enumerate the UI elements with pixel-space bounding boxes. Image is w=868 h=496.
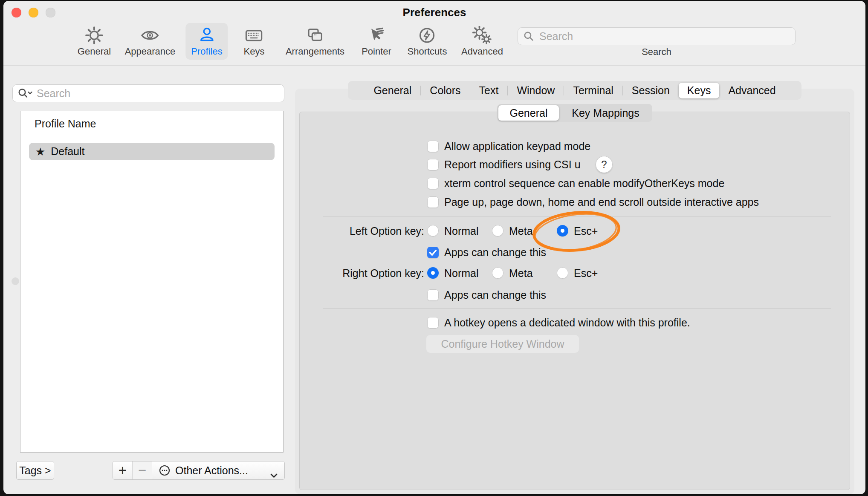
toolbar-label: Arrangements bbox=[286, 46, 344, 57]
right-option-key-label: Right Option key: bbox=[298, 266, 424, 280]
star-icon: ★ bbox=[35, 146, 45, 157]
toolbar-item-pointer[interactable]: Pointer bbox=[356, 23, 397, 60]
radio-right-meta[interactable] bbox=[492, 267, 503, 279]
profile-actions-group: + − Other Actions... bbox=[113, 461, 285, 480]
checkbox-hotkey-window[interactable] bbox=[427, 317, 439, 329]
section-divider bbox=[323, 308, 831, 309]
remove-profile-button[interactable]: − bbox=[133, 461, 152, 479]
tab-general[interactable]: General bbox=[365, 83, 420, 98]
checkbox-csi-u[interactable] bbox=[427, 159, 439, 170]
radio-label: Meta bbox=[509, 266, 533, 280]
preferences-window: Preferences General Appearance bbox=[3, 1, 865, 494]
checkbox-keypad-mode[interactable] bbox=[427, 141, 439, 152]
toolbar-item-appearance[interactable]: Appearance bbox=[119, 23, 181, 60]
list-header-divider bbox=[20, 134, 283, 134]
radio-label: Normal bbox=[444, 224, 479, 238]
toolbar-divider bbox=[3, 65, 865, 66]
radio-left-normal[interactable] bbox=[427, 225, 439, 236]
keyboard-icon bbox=[244, 26, 264, 45]
tab-terminal[interactable]: Terminal bbox=[564, 83, 622, 98]
gears-icon bbox=[472, 26, 492, 45]
chevron-down-icon bbox=[270, 468, 278, 480]
tab-text[interactable]: Text bbox=[470, 83, 508, 98]
profile-row-default[interactable]: ★ Default bbox=[29, 143, 275, 160]
tab-window[interactable]: Window bbox=[508, 83, 564, 98]
profile-search-input[interactable] bbox=[36, 87, 280, 100]
check-icon bbox=[427, 247, 439, 258]
toolbar-search-input[interactable] bbox=[538, 30, 790, 43]
checkbox-page-scroll[interactable] bbox=[427, 196, 439, 208]
search-icon bbox=[523, 31, 535, 42]
toolbar-label: Appearance bbox=[125, 46, 176, 57]
radio-label: Esc+ bbox=[574, 224, 598, 238]
window-edge-dot bbox=[12, 277, 19, 285]
checkbox-label: Apps can change this bbox=[444, 245, 546, 259]
checkbox-left-apps-change[interactable] bbox=[427, 247, 439, 258]
section-divider bbox=[323, 216, 831, 216]
circle-ellipsis-icon bbox=[159, 464, 171, 476]
checkbox-label: A hotkey opens a dedicated window with t… bbox=[444, 316, 690, 329]
profile-search-field[interactable] bbox=[12, 84, 284, 102]
cursor-icon bbox=[367, 26, 386, 45]
tags-button[interactable]: Tags > bbox=[16, 461, 54, 480]
toolbar-item-keys[interactable]: Keys bbox=[238, 23, 270, 60]
toolbar-search-field[interactable] bbox=[518, 27, 796, 45]
toolbar-label: Pointer bbox=[362, 46, 391, 57]
tab-session[interactable]: Session bbox=[623, 83, 679, 98]
toolbar-label: Profiles bbox=[191, 46, 222, 57]
radio-label: Normal bbox=[444, 266, 479, 280]
keys-subtab-control: General Key Mappings bbox=[497, 104, 652, 122]
window-title: Preferences bbox=[3, 6, 865, 19]
windows-icon bbox=[305, 26, 325, 45]
profile-name: Default bbox=[51, 145, 84, 158]
checkbox-label: Page up, page down, home and end scroll … bbox=[444, 195, 759, 209]
tab-colors[interactable]: Colors bbox=[421, 83, 469, 98]
subtab-general[interactable]: General bbox=[498, 104, 559, 122]
add-profile-button[interactable]: + bbox=[113, 461, 133, 479]
toolbar-item-advanced[interactable]: Advanced bbox=[456, 23, 509, 60]
checkbox-label: Apps can change this bbox=[444, 288, 546, 302]
other-actions-label: Other Actions... bbox=[175, 464, 248, 477]
eye-icon bbox=[140, 26, 160, 45]
toolbar-item-general[interactable]: General bbox=[72, 23, 116, 60]
subtab-key-mappings[interactable]: Key Mappings bbox=[559, 104, 652, 122]
toolbar-item-arrangements[interactable]: Arrangements bbox=[280, 23, 350, 60]
checkbox-label: Allow application keypad mode bbox=[444, 139, 590, 153]
radio-right-normal[interactable] bbox=[427, 267, 439, 279]
checkbox-label: xterm control sequence can enable modify… bbox=[444, 176, 724, 190]
scoped-search-icon bbox=[17, 87, 34, 100]
toolbar-label: Advanced bbox=[461, 46, 503, 57]
person-icon bbox=[197, 26, 216, 45]
bolt-circle-icon bbox=[418, 26, 437, 45]
radio-left-meta[interactable] bbox=[492, 225, 503, 236]
configure-hotkey-window-button[interactable]: Configure Hotkey Window bbox=[426, 335, 579, 353]
toolbar-label: Shortcuts bbox=[408, 46, 447, 57]
checkbox-modify-other-keys[interactable] bbox=[427, 178, 439, 189]
toolbar-item-profiles[interactable]: Profiles bbox=[185, 23, 228, 60]
left-option-key-label: Left Option key: bbox=[298, 224, 424, 238]
checkbox-label: Report modifiers using CSI u bbox=[444, 158, 581, 171]
help-button[interactable]: ? bbox=[596, 156, 613, 173]
toolbar-search-caption: Search bbox=[518, 46, 796, 58]
other-actions-dropdown[interactable]: Other Actions... bbox=[152, 461, 284, 479]
gear-icon bbox=[85, 26, 104, 45]
radio-right-esc[interactable] bbox=[557, 267, 568, 279]
toolbar-label: General bbox=[78, 46, 111, 57]
profile-tab-bar: General Colors Text Window Terminal Sess… bbox=[348, 81, 801, 100]
toolbar-label: Keys bbox=[244, 46, 265, 57]
toolbar-item-shortcuts[interactable]: Shortcuts bbox=[402, 23, 453, 60]
profile-list: Profile Name ★ Default bbox=[20, 111, 284, 453]
profile-list-header: Profile Name bbox=[35, 118, 96, 130]
radio-label: Esc+ bbox=[574, 266, 598, 280]
tab-advanced[interactable]: Advanced bbox=[719, 83, 784, 98]
checkbox-right-apps-change[interactable] bbox=[427, 289, 439, 301]
radio-label: Meta bbox=[509, 224, 533, 238]
radio-left-esc[interactable] bbox=[557, 225, 568, 236]
tab-keys[interactable]: Keys bbox=[679, 83, 720, 98]
